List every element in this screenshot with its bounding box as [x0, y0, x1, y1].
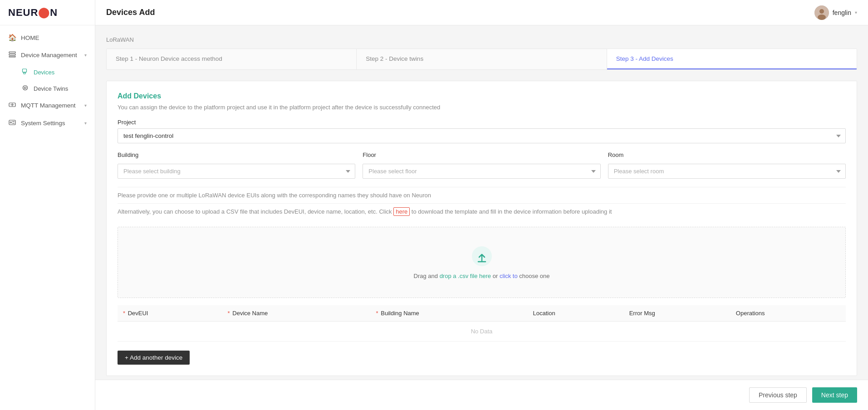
col-building-name: * Building Name [371, 305, 528, 322]
sidebar-item-devices[interactable]: Devices [0, 64, 95, 80]
sidebar-item-device-management[interactable]: Device Management ▾ [0, 46, 95, 64]
next-step-label: Next step [821, 391, 848, 399]
add-another-device-button[interactable]: + Add another device [118, 351, 190, 365]
upload-area[interactable]: Drag and drop a .csv file here or click … [118, 227, 846, 298]
room-col: Room Please select room [608, 151, 846, 179]
svg-rect-5 [23, 72, 26, 73]
building-col: Building Please select building [118, 151, 355, 179]
sidebar-item-devices-label: Devices [34, 69, 54, 76]
sidebar-item-system-settings[interactable]: System Settings ▾ [0, 114, 95, 132]
add-devices-subtitle: You can assign the device to the platfor… [118, 104, 846, 111]
svg-rect-1 [9, 54, 15, 55]
upload-text-mid: or [491, 273, 500, 279]
previous-step-button[interactable]: Previous step [749, 387, 807, 403]
sidebar-item-mqtt[interactable]: MQTT Management ▾ [0, 97, 95, 114]
avatar [814, 5, 829, 20]
user-name: fenglin [833, 9, 851, 16]
sidebar-item-mqtt-label: MQTT Management [21, 102, 80, 109]
user-chevron-icon: ▾ [855, 10, 857, 15]
sidebar-item-system-settings-label: System Settings [21, 120, 80, 127]
info-text-2-before: Alternatively, you can choose to upload … [118, 208, 393, 215]
building-select[interactable]: Please select building [118, 164, 355, 179]
step-2[interactable]: Step 2 - Device twins [357, 49, 607, 69]
building-label: Building [118, 151, 355, 158]
floor-label: Floor [363, 151, 600, 158]
room-select[interactable]: Please select room [608, 164, 846, 179]
svg-rect-0 [9, 52, 15, 53]
chevron-down-icon: ▾ [84, 53, 87, 58]
col-deveui: * DevEUI [118, 305, 222, 322]
devices-icon [21, 68, 29, 76]
upload-text-after: choose one [518, 273, 550, 279]
footer-actions: Previous step Next step [95, 380, 868, 410]
system-settings-chevron-icon: ▾ [84, 121, 87, 126]
step-3[interactable]: Step 3 - Add Devices [607, 49, 857, 69]
info-row-1: Please provide one or multiple LoRaWAN d… [118, 187, 846, 203]
here-link[interactable]: here [393, 207, 410, 216]
home-icon: 🏠 [8, 34, 16, 42]
device-twins-icon [21, 84, 29, 93]
choose-link[interactable]: click to [500, 273, 518, 279]
project-label: Project [118, 119, 846, 126]
mqtt-icon [8, 101, 16, 110]
svg-rect-3 [22, 69, 26, 72]
steps-bar: Step 1 - Neuron Device access method Ste… [106, 49, 857, 70]
devices-table: * DevEUI * Device Name * Building Name L… [118, 305, 846, 342]
sidebar-item-device-management-label: Device Management [21, 52, 80, 59]
page-title: Devices Add [106, 8, 155, 17]
svg-point-14 [819, 9, 824, 14]
svg-rect-2 [9, 56, 15, 57]
sidebar-item-home[interactable]: 🏠 HOME [0, 29, 95, 46]
sidebar-nav: 🏠 HOME Device Management ▾ Devices Devic… [0, 25, 95, 136]
room-label: Room [608, 151, 846, 158]
add-devices-title: Add Devices [118, 92, 846, 100]
col-error-msg: Error Msg [624, 305, 731, 322]
user-menu[interactable]: fenglin ▾ [814, 5, 857, 20]
topbar: Devices Add fenglin ▾ [95, 0, 868, 25]
svg-point-10 [10, 122, 12, 123]
content-area: LoRaWAN Step 1 - Neuron Device access me… [95, 25, 868, 380]
drop-link[interactable]: drop a .csv file here [440, 273, 491, 279]
no-data-row: No Data [118, 322, 846, 342]
floor-select[interactable]: Please select floor [363, 164, 600, 179]
floor-col: Floor Please select floor [363, 151, 600, 179]
sidebar-item-device-twins-label: Device Twins [34, 85, 68, 92]
svg-point-6 [23, 86, 27, 90]
main-area: Devices Add fenglin ▾ LoRaWAN Step 1 - N… [95, 0, 868, 410]
breadcrumb: LoRaWAN [106, 36, 857, 43]
location-row: Building Please select building Floor Pl… [118, 151, 846, 179]
step-1[interactable]: Step 1 - Neuron Device access method [107, 49, 357, 69]
info-row-2: Alternatively, you can choose to upload … [118, 203, 846, 220]
col-location: Location [527, 305, 623, 322]
svg-point-7 [24, 87, 26, 89]
project-select[interactable]: test fenglin-control [118, 128, 846, 143]
col-device-name: * Device Name [222, 305, 371, 322]
svg-rect-4 [24, 73, 25, 74]
upload-text: Drag and drop a .csv file here or click … [127, 273, 836, 279]
add-devices-section: Add Devices You can assign the device to… [106, 81, 857, 376]
upload-icon [471, 245, 493, 267]
sidebar-item-home-label: HOME [21, 34, 87, 41]
sidebar-item-device-twins[interactable]: Device Twins [0, 80, 95, 97]
upload-text-before: Drag and [414, 273, 440, 279]
next-step-button[interactable]: Next step [812, 387, 857, 403]
col-operations: Operations [731, 305, 846, 322]
no-data-cell: No Data [118, 322, 846, 342]
mqtt-chevron-icon: ▾ [84, 103, 87, 108]
info-text-2-after: to download the template and fill in the… [410, 208, 612, 215]
info-text-1: Please provide one or multiple LoRaWAN d… [118, 192, 431, 199]
add-another-device-label: + Add another device [125, 354, 182, 361]
device-management-icon [8, 51, 16, 59]
sidebar: NEUR⬤N 🏠 HOME Device Management ▾ Device… [0, 0, 95, 410]
svg-point-15 [818, 15, 826, 20]
previous-step-label: Previous step [759, 391, 797, 399]
logo: NEUR⬤N [0, 0, 95, 25]
system-settings-icon [8, 119, 16, 127]
